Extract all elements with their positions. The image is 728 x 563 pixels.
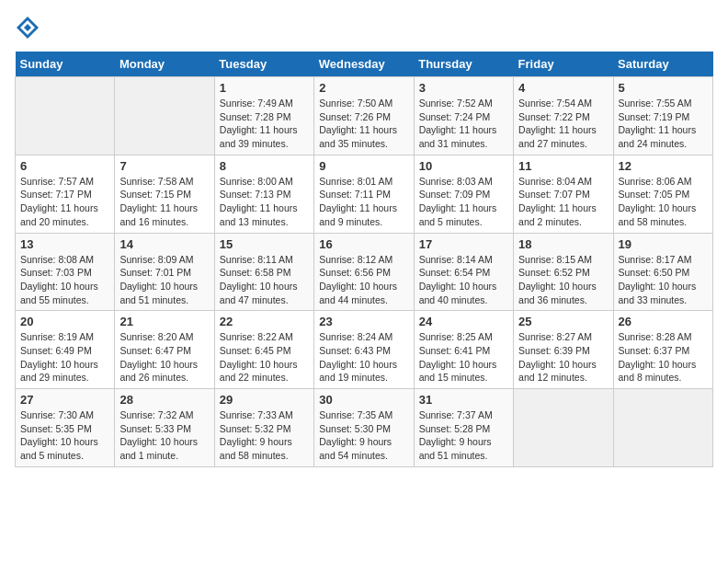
header-row: SundayMondayTuesdayWednesdayThursdayFrid… <box>16 52 713 77</box>
logo-icon <box>15 15 40 40</box>
day-number: 26 <box>619 315 708 328</box>
calendar-cell <box>115 77 214 155</box>
calendar-cell: 10Sunrise: 8:03 AMSunset: 7:09 PMDayligh… <box>414 155 513 233</box>
day-info: Sunrise: 7:57 AMSunset: 7:17 PMDaylight:… <box>20 175 109 229</box>
calendar-table: SundayMondayTuesdayWednesdayThursdayFrid… <box>15 52 713 467</box>
day-number: 3 <box>419 81 508 95</box>
day-info: Sunrise: 8:04 AMSunset: 7:07 PMDaylight:… <box>518 175 608 229</box>
day-number: 8 <box>220 159 309 173</box>
day-info: Sunrise: 8:25 AMSunset: 6:41 PMDaylight:… <box>419 330 508 385</box>
week-row-2: 6Sunrise: 7:57 AMSunset: 7:17 PMDaylight… <box>16 155 713 233</box>
day-number: 10 <box>419 159 508 173</box>
header-day-sunday: Sunday <box>16 52 115 77</box>
calendar-cell: 3Sunrise: 7:52 AMSunset: 7:24 PMDaylight… <box>414 77 513 155</box>
day-number: 14 <box>119 237 209 251</box>
calendar-cell: 9Sunrise: 8:01 AMSunset: 7:11 PMDaylight… <box>314 155 414 233</box>
calendar-cell: 26Sunrise: 8:28 AMSunset: 6:37 PMDayligh… <box>613 311 712 389</box>
day-number: 29 <box>220 393 309 407</box>
calendar-cell: 14Sunrise: 8:09 AMSunset: 7:01 PMDayligh… <box>115 233 214 311</box>
day-number: 22 <box>220 315 309 328</box>
day-number: 2 <box>319 81 408 95</box>
calendar-cell: 29Sunrise: 7:33 AMSunset: 5:32 PMDayligh… <box>214 389 313 467</box>
day-info: Sunrise: 8:01 AMSunset: 7:11 PMDaylight:… <box>319 175 408 229</box>
calendar-cell: 23Sunrise: 8:24 AMSunset: 6:43 PMDayligh… <box>314 311 414 389</box>
calendar-cell: 19Sunrise: 8:17 AMSunset: 6:50 PMDayligh… <box>613 233 712 311</box>
header-day-wednesday: Wednesday <box>314 52 414 77</box>
calendar-cell: 25Sunrise: 8:27 AMSunset: 6:39 PMDayligh… <box>514 311 613 389</box>
calendar-cell: 27Sunrise: 7:30 AMSunset: 5:35 PMDayligh… <box>16 389 115 467</box>
day-info: Sunrise: 7:52 AMSunset: 7:24 PMDaylight:… <box>419 97 508 151</box>
day-info: Sunrise: 8:19 AMSunset: 6:49 PMDaylight:… <box>20 330 109 385</box>
calendar-cell: 31Sunrise: 7:37 AMSunset: 5:28 PMDayligh… <box>414 389 513 467</box>
header-day-friday: Friday <box>514 52 613 77</box>
day-number: 30 <box>319 393 408 407</box>
day-number: 12 <box>619 159 708 173</box>
day-number: 9 <box>319 159 408 173</box>
calendar-cell: 6Sunrise: 7:57 AMSunset: 7:17 PMDaylight… <box>16 155 115 233</box>
calendar-cell: 2Sunrise: 7:50 AMSunset: 7:26 PMDaylight… <box>314 77 414 155</box>
day-number: 23 <box>319 315 408 328</box>
day-number: 5 <box>619 81 708 95</box>
calendar-cell: 18Sunrise: 8:15 AMSunset: 6:52 PMDayligh… <box>514 233 613 311</box>
day-info: Sunrise: 7:33 AMSunset: 5:32 PMDaylight:… <box>220 408 309 463</box>
calendar-cell: 7Sunrise: 7:58 AMSunset: 7:15 PMDaylight… <box>115 155 214 233</box>
day-info: Sunrise: 8:08 AMSunset: 7:03 PMDaylight:… <box>20 253 109 307</box>
day-number: 18 <box>518 237 608 251</box>
calendar-cell: 21Sunrise: 8:20 AMSunset: 6:47 PMDayligh… <box>115 311 214 389</box>
day-info: Sunrise: 8:03 AMSunset: 7:09 PMDaylight:… <box>419 175 508 229</box>
day-number: 7 <box>119 159 209 173</box>
week-row-5: 27Sunrise: 7:30 AMSunset: 5:35 PMDayligh… <box>16 389 713 467</box>
header-day-tuesday: Tuesday <box>214 52 313 77</box>
day-number: 25 <box>518 315 608 328</box>
day-number: 20 <box>20 315 109 328</box>
day-info: Sunrise: 8:12 AMSunset: 6:56 PMDaylight:… <box>319 253 408 307</box>
day-info: Sunrise: 8:06 AMSunset: 7:05 PMDaylight:… <box>619 175 708 229</box>
day-number: 28 <box>119 393 209 407</box>
page-header <box>15 15 713 40</box>
calendar-cell: 8Sunrise: 8:00 AMSunset: 7:13 PMDaylight… <box>214 155 313 233</box>
day-info: Sunrise: 7:54 AMSunset: 7:22 PMDaylight:… <box>518 97 608 151</box>
day-number: 31 <box>419 393 508 407</box>
day-info: Sunrise: 8:28 AMSunset: 6:37 PMDaylight:… <box>619 330 708 385</box>
day-info: Sunrise: 8:14 AMSunset: 6:54 PMDaylight:… <box>419 253 508 307</box>
calendar-cell: 24Sunrise: 8:25 AMSunset: 6:41 PMDayligh… <box>414 311 513 389</box>
day-number: 19 <box>619 237 708 251</box>
day-info: Sunrise: 8:09 AMSunset: 7:01 PMDaylight:… <box>119 253 209 307</box>
day-info: Sunrise: 8:11 AMSunset: 6:58 PMDaylight:… <box>220 253 309 307</box>
day-number: 24 <box>419 315 508 328</box>
calendar-cell: 11Sunrise: 8:04 AMSunset: 7:07 PMDayligh… <box>514 155 613 233</box>
day-info: Sunrise: 8:27 AMSunset: 6:39 PMDaylight:… <box>518 330 608 385</box>
week-row-4: 20Sunrise: 8:19 AMSunset: 6:49 PMDayligh… <box>16 311 713 389</box>
calendar-cell: 5Sunrise: 7:55 AMSunset: 7:19 PMDaylight… <box>613 77 712 155</box>
calendar-cell: 1Sunrise: 7:49 AMSunset: 7:28 PMDaylight… <box>214 77 313 155</box>
day-number: 13 <box>20 237 109 251</box>
day-info: Sunrise: 8:20 AMSunset: 6:47 PMDaylight:… <box>119 330 209 385</box>
calendar-cell: 28Sunrise: 7:32 AMSunset: 5:33 PMDayligh… <box>115 389 214 467</box>
calendar-cell: 20Sunrise: 8:19 AMSunset: 6:49 PMDayligh… <box>16 311 115 389</box>
calendar-cell <box>613 389 712 467</box>
calendar-cell <box>16 77 115 155</box>
day-info: Sunrise: 7:58 AMSunset: 7:15 PMDaylight:… <box>119 175 209 229</box>
day-info: Sunrise: 7:35 AMSunset: 5:30 PMDaylight:… <box>319 408 408 463</box>
day-number: 6 <box>20 159 109 173</box>
day-info: Sunrise: 7:32 AMSunset: 5:33 PMDaylight:… <box>119 408 209 463</box>
day-info: Sunrise: 8:15 AMSunset: 6:52 PMDaylight:… <box>518 253 608 307</box>
day-info: Sunrise: 8:22 AMSunset: 6:45 PMDaylight:… <box>220 330 309 385</box>
day-info: Sunrise: 8:17 AMSunset: 6:50 PMDaylight:… <box>619 253 708 307</box>
calendar-cell: 30Sunrise: 7:35 AMSunset: 5:30 PMDayligh… <box>314 389 414 467</box>
calendar-cell: 15Sunrise: 8:11 AMSunset: 6:58 PMDayligh… <box>214 233 313 311</box>
day-info: Sunrise: 7:50 AMSunset: 7:26 PMDaylight:… <box>319 97 408 151</box>
day-info: Sunrise: 7:30 AMSunset: 5:35 PMDaylight:… <box>20 408 109 463</box>
day-number: 21 <box>119 315 209 328</box>
week-row-3: 13Sunrise: 8:08 AMSunset: 7:03 PMDayligh… <box>16 233 713 311</box>
logo <box>15 15 44 40</box>
calendar-cell: 12Sunrise: 8:06 AMSunset: 7:05 PMDayligh… <box>613 155 712 233</box>
day-info: Sunrise: 7:37 AMSunset: 5:28 PMDaylight:… <box>419 408 508 463</box>
week-row-1: 1Sunrise: 7:49 AMSunset: 7:28 PMDaylight… <box>16 77 713 155</box>
day-number: 11 <box>518 159 608 173</box>
day-info: Sunrise: 7:55 AMSunset: 7:19 PMDaylight:… <box>619 97 708 151</box>
calendar-cell: 16Sunrise: 8:12 AMSunset: 6:56 PMDayligh… <box>314 233 414 311</box>
day-number: 17 <box>419 237 508 251</box>
header-day-thursday: Thursday <box>414 52 513 77</box>
day-number: 1 <box>220 81 309 95</box>
